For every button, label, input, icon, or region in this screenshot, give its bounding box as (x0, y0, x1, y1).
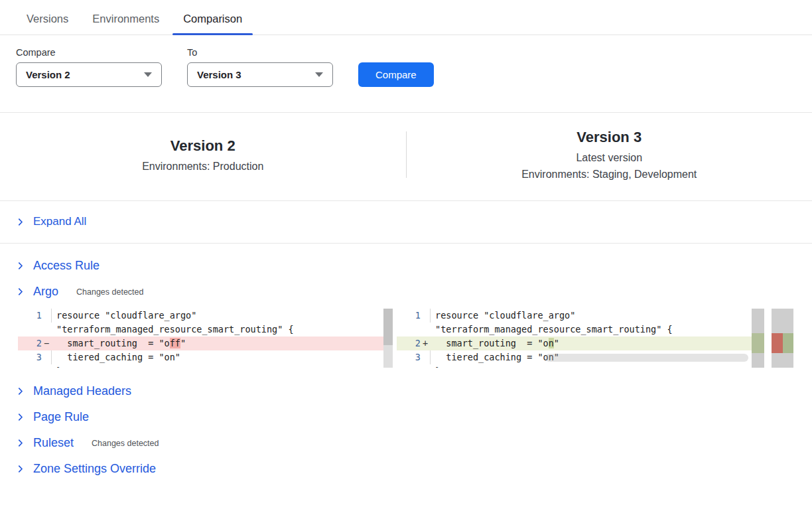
chevron-right-icon (16, 413, 25, 421)
left-pane-scrollbar[interactable] (383, 309, 393, 368)
diff-row: "terraform_managed_resource_smart_routin… (397, 323, 764, 336)
version-right-title: Version 3 (407, 129, 812, 146)
chevron-right-icon (16, 439, 25, 447)
version-left-environments: Environments: Production (0, 161, 406, 173)
diff-sign (421, 309, 430, 323)
diff-sign (42, 364, 51, 368)
chevron-right-icon (16, 218, 25, 226)
tab-environments[interactable]: Environments (82, 9, 170, 35)
horizontal-scrollbar[interactable] (545, 354, 748, 362)
code-text: "terraform_managed_resource_smart_routin… (51, 323, 393, 336)
comparison-page: VersionsEnvironmentsComparison Compare V… (0, 0, 812, 523)
diff-pane-right: 1resource "cloudflare_argo""terraform_ma… (397, 309, 764, 368)
compare-button[interactable]: Compare (358, 62, 434, 87)
section-row-zone-settings-override[interactable]: Zone Settings Override (0, 456, 172, 482)
diff-row: "terraform_managed_resource_smart_routin… (18, 323, 393, 336)
compare-to-select[interactable]: Version 3 (187, 62, 333, 87)
line-number (397, 323, 421, 336)
section-label: Managed Headers (33, 384, 131, 398)
tab-bar: VersionsEnvironmentsComparison (0, 0, 812, 35)
code-text: tiered_caching = "on" (51, 350, 393, 364)
line-number (18, 364, 42, 368)
expand-all-label: Expand All (33, 215, 86, 228)
diff-sign (42, 309, 51, 323)
compare-from-field: Compare Version 2 (16, 47, 162, 87)
diff-row-1: 1resource "cloudflare_argo" (18, 309, 393, 323)
tab-comparison[interactable]: Comparison (172, 9, 253, 35)
chevron-down-icon (144, 72, 152, 77)
version-headers: Version 2 Environments: Production Versi… (0, 112, 812, 201)
section-row-page-rule[interactable]: Page Rule (0, 404, 105, 430)
minimap-removed-marker (772, 333, 783, 353)
diff-sign (421, 350, 430, 364)
expand-all-button[interactable]: Expand All (0, 201, 812, 244)
changes-detected-badge: Changes detected (92, 439, 159, 448)
scrollbar-added-marker (752, 333, 764, 353)
diff-sign (421, 323, 430, 336)
tab-versions[interactable]: Versions (16, 9, 79, 35)
version-right-header: Version 3 Latest version Environments: S… (407, 129, 812, 181)
diff-row: } (18, 364, 393, 368)
compare-to-field: To Version 3 (187, 47, 333, 87)
section-row-managed-headers[interactable]: Managed Headers (0, 378, 147, 404)
chevron-right-icon (16, 465, 25, 473)
diff-row-1: 1resource "cloudflare_argo" (397, 309, 764, 323)
code-text: "terraform_managed_resource_smart_routin… (430, 323, 764, 336)
minimap-change-marker (772, 333, 793, 353)
compare-from-select[interactable]: Version 2 (16, 62, 162, 87)
code-text: } (51, 364, 393, 368)
code-text: smart_routing = "on" (430, 336, 764, 350)
version-right-subtitle: Latest version (407, 152, 812, 164)
argo-diff-view: 1resource "cloudflare_argo""terraform_ma… (18, 309, 812, 368)
section-label: Zone Settings Override (33, 462, 156, 476)
section-label: Ruleset (33, 436, 74, 450)
line-number: 2 (397, 336, 421, 350)
chevron-right-icon (16, 262, 25, 270)
version-left-header: Version 2 Environments: Production (0, 137, 406, 173)
compare-controls: Compare Version 2 To Version 3 Compare (0, 35, 812, 87)
compare-to-label: To (187, 47, 333, 58)
compare-to-value: Version 3 (197, 69, 241, 80)
chevron-right-icon (16, 287, 25, 296)
line-number: 2 (18, 336, 42, 350)
diff-row-2: 2− smart_routing = "off" (18, 336, 393, 350)
section-label: Argo (33, 285, 58, 299)
right-pane-scrollbar[interactable] (752, 309, 764, 368)
diff-sign (42, 350, 51, 364)
diff-minimap[interactable] (772, 309, 793, 368)
code-text: resource "cloudflare_argo" (51, 309, 393, 323)
section-label: Page Rule (33, 410, 89, 424)
line-number: 3 (18, 350, 42, 364)
diff-row-2: 2+ smart_routing = "on" (397, 336, 764, 350)
minimap-added-marker (783, 333, 794, 353)
compare-from-label: Compare (16, 47, 162, 58)
line-number: 1 (397, 309, 421, 323)
diff-pane-left: 1resource "cloudflare_argo""terraform_ma… (18, 309, 393, 368)
diff-sign (421, 364, 430, 368)
line-number: 1 (18, 309, 42, 323)
section-row-argo[interactable]: ArgoChanges detected (0, 279, 160, 305)
line-number (18, 323, 42, 336)
code-text: resource "cloudflare_argo" (430, 309, 764, 323)
version-right-environments: Environments: Staging, Development (407, 169, 812, 181)
section-label: Access Rule (33, 259, 100, 273)
scrollbar-thumb[interactable] (383, 309, 393, 345)
diff-sign: + (421, 336, 430, 350)
code-text: } (430, 364, 764, 368)
section-row-access-rule[interactable]: Access Rule (0, 253, 115, 279)
diff-row: } (397, 364, 764, 368)
section-list: Access RuleArgoChanges detected1resource… (0, 244, 812, 482)
compare-from-value: Version 2 (26, 69, 70, 80)
diff-row-3: 3 tiered_caching = "on" (18, 350, 393, 364)
line-number (397, 364, 421, 368)
section-row-ruleset[interactable]: RulesetChanges detected (0, 430, 175, 456)
chevron-down-icon (315, 72, 323, 77)
line-number: 3 (397, 350, 421, 364)
chevron-right-icon (16, 387, 25, 396)
version-left-title: Version 2 (0, 137, 406, 155)
code-text: smart_routing = "off" (51, 336, 393, 350)
diff-sign: − (42, 336, 51, 350)
changes-detected-badge: Changes detected (76, 287, 143, 297)
diff-sign (42, 323, 51, 336)
